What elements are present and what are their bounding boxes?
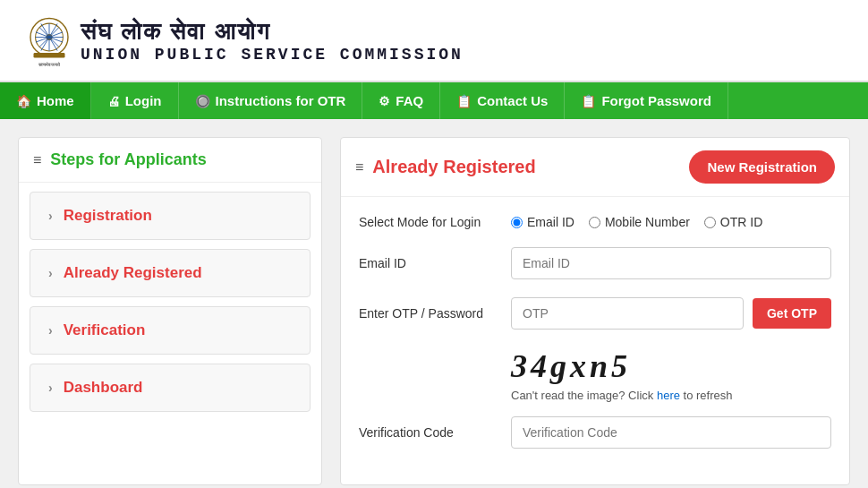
email-input[interactable] <box>511 247 831 279</box>
email-label: Email ID <box>359 256 502 270</box>
radio-otr-input[interactable] <box>704 217 716 228</box>
login-panel-title: Already Registered <box>372 157 535 177</box>
forgot-icon: 📋 <box>581 94 596 108</box>
otp-input[interactable] <box>511 297 744 330</box>
step-registration-label: Registration <box>64 207 152 225</box>
nav-instructions[interactable]: 🔘 Instructions for OTR <box>179 82 363 119</box>
login-form: Select Mode for Login Email ID Mobile Nu… <box>341 197 849 484</box>
verification-row: Verification Code <box>359 416 831 449</box>
login-panel-header: ≡ Already Registered New Registration <box>341 138 849 197</box>
nav-login[interactable]: 🖨 Login <box>91 82 179 119</box>
nav-faq-label: FAQ <box>396 93 423 108</box>
email-field-wrapper <box>511 247 831 279</box>
step-already-registered-label: Already Registered <box>64 264 202 282</box>
nav-instructions-label: Instructions for OTR <box>216 93 346 108</box>
otp-field-wrapper: Get OTP <box>511 297 831 330</box>
steps-menu-icon: ≡ <box>33 152 41 168</box>
faq-icon: ⚙ <box>379 94 390 108</box>
english-title: UNION PUBLIC SERVICE COMMISSION <box>81 46 464 64</box>
mode-label: Select Mode for Login <box>359 215 502 229</box>
get-otp-button[interactable]: Get OTP <box>753 298 831 329</box>
steps-panel: ≡ Steps for Applicants › Registration › … <box>18 137 322 485</box>
radio-otr-label: OTR ID <box>720 215 762 229</box>
header-text: संघ लोक सेवा आयोग UNION PUBLIC SERVICE C… <box>81 18 464 64</box>
radio-mobile-label: Mobile Number <box>605 215 690 229</box>
verification-label: Verification Code <box>359 425 502 440</box>
nav-forgot[interactable]: 📋 Forgot Password <box>565 82 728 119</box>
captcha-image: 34gxn5 <box>511 347 831 385</box>
mode-selection-row: Select Mode for Login Email ID Mobile Nu… <box>359 215 831 229</box>
captcha-hint-text: Can't read the image? Click here to refr… <box>511 389 831 402</box>
svg-text:सत्यमेव जयते: सत्यमेव जयते <box>38 62 61 67</box>
captcha-refresh-link[interactable]: here <box>657 389 680 402</box>
svg-rect-19 <box>34 53 65 58</box>
step-already-registered[interactable]: › Already Registered <box>30 249 311 297</box>
step-registration-arrow: › <box>48 209 53 223</box>
step-already-registered-arrow: › <box>48 266 53 280</box>
login-menu-icon: ≡ <box>355 159 363 176</box>
radio-email-input[interactable] <box>511 217 523 228</box>
verification-input[interactable] <box>511 416 831 449</box>
steps-panel-title: Steps for Applicants <box>50 150 206 169</box>
otp-row: Enter OTP / Password Get OTP <box>359 297 831 330</box>
nav-home-label: Home <box>37 93 74 108</box>
login-icon: 🖨 <box>107 94 120 108</box>
nav-home[interactable]: 🏠 Home <box>0 82 91 119</box>
step-dashboard-label: Dashboard <box>64 379 143 397</box>
new-registration-button[interactable]: New Registration <box>689 150 835 184</box>
instructions-icon: 🔘 <box>195 94 210 108</box>
verification-field-wrapper <box>511 416 831 449</box>
page-header: सत्यमेव जयते संघ लोक सेवा आयोग UNION PUB… <box>0 0 868 82</box>
radio-otr[interactable]: OTR ID <box>704 215 762 229</box>
step-verification-label: Verification <box>64 321 146 339</box>
email-row: Email ID <box>359 247 831 279</box>
main-content: ≡ Steps for Applicants › Registration › … <box>0 119 868 488</box>
step-dashboard[interactable]: › Dashboard <box>30 364 311 412</box>
nav-contact-label: Contact Us <box>477 93 548 108</box>
captcha-area: 34gxn5 Can't read the image? Click here … <box>511 347 831 402</box>
mode-radio-group: Email ID Mobile Number OTR ID <box>511 215 831 229</box>
main-nav: 🏠 Home 🖨 Login 🔘 Instructions for OTR ⚙ … <box>0 82 868 119</box>
ashoka-emblem: सत्यमेव जयते <box>18 9 81 72</box>
home-icon: 🏠 <box>16 94 31 108</box>
captcha-hint-suffix: to refresh <box>684 389 733 402</box>
otp-label: Enter OTP / Password <box>359 306 502 321</box>
radio-email[interactable]: Email ID <box>511 215 574 229</box>
nav-login-label: Login <box>125 93 162 108</box>
radio-mobile-input[interactable] <box>589 217 600 228</box>
contact-icon: 📋 <box>456 94 472 108</box>
hindi-title: संघ लोक सेवा आयोग <box>81 18 464 46</box>
step-verification-arrow: › <box>48 323 53 338</box>
login-panel: ≡ Already Registered New Registration Se… <box>340 137 850 485</box>
nav-faq[interactable]: ⚙ FAQ <box>362 82 440 119</box>
step-dashboard-arrow: › <box>48 381 53 395</box>
radio-mobile[interactable]: Mobile Number <box>589 215 690 229</box>
step-verification[interactable]: › Verification <box>30 306 311 355</box>
captcha-hint-prefix: Can't read the image? Click <box>511 389 653 402</box>
login-panel-header-left: ≡ Already Registered <box>355 157 536 177</box>
nav-contact[interactable]: 📋 Contact Us <box>440 82 565 119</box>
steps-panel-header: ≡ Steps for Applicants <box>19 138 321 183</box>
nav-forgot-label: Forgot Password <box>601 93 711 108</box>
step-registration[interactable]: › Registration <box>30 192 311 240</box>
radio-email-label: Email ID <box>527 215 574 229</box>
